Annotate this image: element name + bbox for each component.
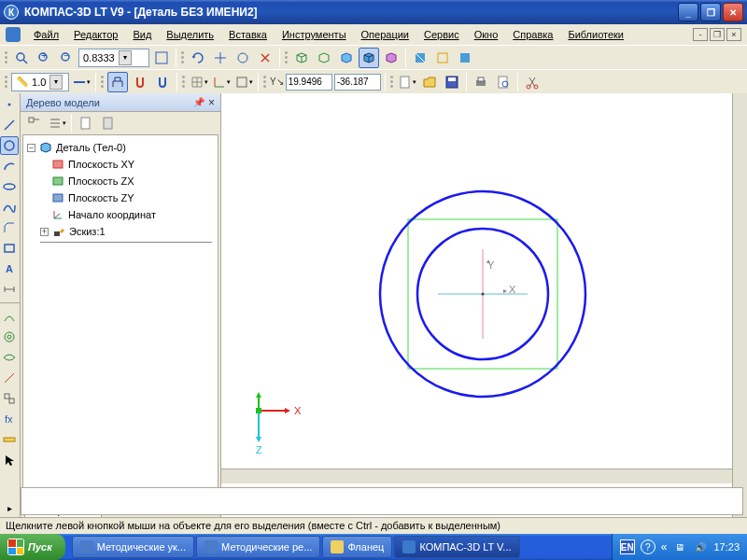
tree-btn3-icon[interactable]	[76, 113, 96, 133]
lang-indicator[interactable]: EN	[620, 539, 635, 554]
coord-x-field[interactable]: 19.9496	[286, 74, 332, 91]
tool-point-icon[interactable]	[0, 95, 19, 114]
svg-text:A: A	[6, 263, 13, 274]
task-item-3[interactable]: Фланец	[322, 536, 392, 558]
magnet-blue-icon[interactable]	[152, 72, 173, 92]
tray-icon-1[interactable]: 🖥	[672, 539, 687, 554]
section-icon[interactable]	[410, 48, 430, 68]
menu-window[interactable]: Окно	[469, 27, 504, 42]
minimize-button[interactable]: _	[678, 3, 698, 21]
curve-style-icon[interactable]: ▾	[71, 72, 92, 92]
tool-ellipse-icon[interactable]	[0, 177, 19, 196]
tool-select-icon[interactable]	[0, 451, 19, 469]
grid-icon[interactable]: ▾	[189, 72, 209, 92]
scrollbar-vertical[interactable]	[732, 93, 747, 519]
new-icon[interactable]: ▾	[397, 72, 417, 92]
scrollbar-horizontal[interactable]	[221, 469, 732, 483]
tray-icon-2[interactable]: 🔊	[693, 539, 708, 554]
coord-y-field[interactable]: -36.187	[334, 74, 381, 91]
tool-arc-icon[interactable]	[0, 157, 19, 175]
tree-btn4-icon[interactable]	[98, 113, 119, 133]
tree-item-zy[interactable]: Плоскость ZY	[23, 189, 218, 206]
perspective-icon[interactable]	[381, 48, 402, 68]
rotate-icon[interactable]	[188, 48, 208, 68]
menu-editor[interactable]: Редактор	[68, 27, 123, 42]
open-icon[interactable]	[419, 72, 440, 92]
shaded-edges-icon[interactable]	[359, 48, 379, 68]
tool-rect-icon[interactable]	[0, 239, 19, 258]
tree-root[interactable]: − Деталь (Тел-0)	[23, 139, 218, 156]
refresh-icon[interactable]	[255, 48, 275, 68]
view-orient-icon[interactable]	[455, 48, 475, 68]
zoom-fit-icon[interactable]	[151, 48, 172, 68]
menu-select[interactable]: Выделить	[161, 27, 219, 42]
task-item-2[interactable]: Методические ре...	[196, 536, 320, 558]
task-item-1[interactable]: Методические ук...	[72, 536, 194, 558]
save-icon[interactable]	[442, 72, 462, 92]
zoom-prev-icon[interactable]	[233, 48, 253, 68]
tool-line-icon[interactable]	[0, 116, 19, 134]
restore-button[interactable]: ❐	[700, 3, 721, 21]
tool-param-icon[interactable]: fx	[0, 410, 19, 428]
pin-icon[interactable]: 📌	[193, 97, 204, 107]
tray-help-icon[interactable]: ?	[641, 539, 655, 554]
system-tray[interactable]: EN ? « 🖥 🔊 17:23	[612, 534, 747, 560]
menu-service[interactable]: Сервис	[418, 27, 465, 42]
menu-libraries[interactable]: Библиотеки	[562, 27, 629, 42]
zoom-in-icon[interactable]: +	[34, 48, 54, 68]
local-cs-icon[interactable]: ▾	[211, 72, 232, 92]
tool-edit1-icon[interactable]	[0, 369, 19, 387]
preview-icon[interactable]	[493, 72, 514, 92]
menu-file[interactable]: Файл	[28, 27, 64, 42]
menu-help[interactable]: Справка	[507, 27, 558, 42]
tree-close-icon[interactable]: ×	[208, 96, 215, 109]
tool-geom3-icon[interactable]	[0, 348, 19, 367]
tool-geom2-icon[interactable]	[0, 328, 19, 346]
tree-item-xy[interactable]: Плоскость XY	[23, 156, 218, 173]
command-panel[interactable]	[21, 487, 743, 515]
simplify-icon[interactable]	[432, 48, 453, 68]
tool-measure-icon[interactable]	[0, 430, 19, 449]
clock[interactable]: 17:23	[713, 541, 740, 553]
task-item-4[interactable]: КОМПАС-3D LT V...	[394, 536, 519, 558]
tool-dim-icon[interactable]	[0, 280, 19, 299]
menu-view[interactable]: Вид	[127, 27, 157, 42]
ortho-icon[interactable]: ▾	[233, 72, 254, 92]
pan-icon[interactable]	[210, 48, 231, 68]
canvas[interactable]: Y X X Z	[221, 93, 732, 519]
hidden-icon[interactable]	[314, 48, 334, 68]
tool-spline-icon[interactable]	[0, 198, 19, 217]
magnet-red-icon[interactable]	[130, 72, 150, 92]
close-button[interactable]: ✕	[723, 3, 743, 21]
doc-minimize-button[interactable]: -	[693, 28, 708, 41]
menu-insert[interactable]: Вставка	[223, 27, 273, 42]
zoom-window-icon[interactable]	[11, 48, 32, 68]
zoom-combo[interactable]: 0.8333▾	[78, 49, 149, 67]
shaded-icon[interactable]	[336, 48, 357, 68]
tree-btn2-icon[interactable]: ▾	[47, 113, 67, 133]
print-icon[interactable]	[471, 72, 491, 92]
scale-combo[interactable]: 📏 1.0▾	[11, 73, 69, 91]
zoom-out-icon[interactable]: −	[56, 48, 77, 68]
menu-operations[interactable]: Операции	[356, 27, 415, 42]
tool-text-icon[interactable]: A	[0, 259, 19, 278]
doc-restore-button[interactable]: ❐	[710, 28, 725, 41]
tool-circle-icon[interactable]	[0, 136, 19, 155]
wireframe-icon[interactable]	[291, 48, 312, 68]
tool-more-icon[interactable]: ▸	[0, 498, 19, 517]
menu-tools[interactable]: Инструменты	[276, 27, 352, 42]
cut-icon[interactable]	[522, 72, 543, 92]
tree-item-zx[interactable]: Плоскость ZX	[23, 173, 218, 189]
tree-item-sketch[interactable]: + Эскиз:1	[23, 223, 218, 240]
tree-btn1-icon[interactable]	[24, 113, 45, 133]
tree-item-origin[interactable]: Начало координат	[23, 206, 218, 223]
tool-chamfer-icon[interactable]	[0, 218, 19, 237]
tool-edit2-icon[interactable]	[0, 389, 19, 408]
doc-close-button[interactable]: ×	[726, 28, 741, 41]
tree-body[interactable]: − Деталь (Тел-0) Плоскость XY Плоскость …	[22, 134, 218, 498]
model-tree-panel: Дерево модели 📌 × ▾ − Деталь (Тел-0) Пло…	[21, 93, 221, 519]
tool-geom1-icon[interactable]	[0, 307, 19, 326]
tray-expand-icon[interactable]: «	[661, 540, 668, 553]
snap-toggle-icon[interactable]	[107, 72, 128, 92]
start-button[interactable]: Пуск	[0, 534, 65, 560]
